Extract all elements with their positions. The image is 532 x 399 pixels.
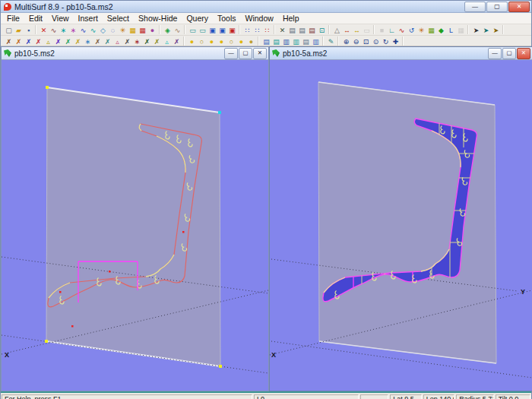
hide-selection-button[interactable]: ✕ bbox=[277, 25, 287, 34]
show-tangents-toggle[interactable]: ✗ bbox=[103, 36, 112, 46]
tile-windows-button[interactable]: ▤ bbox=[297, 25, 307, 34]
show-axes-toggle[interactable]: ▵ bbox=[162, 36, 172, 46]
menu-item-query[interactable]: Query bbox=[182, 13, 213, 24]
divisions-u-button[interactable]: ∷ bbox=[242, 25, 252, 34]
frame-entity-button[interactable]: ◈ bbox=[163, 25, 173, 34]
angle-tool-button[interactable]: ∟ bbox=[387, 25, 397, 34]
polyline-entity-button[interactable]: ∿ bbox=[78, 25, 88, 34]
select-box-button[interactable]: ⊡ bbox=[317, 25, 327, 34]
child-title-bar[interactable]: pb10-5.ms2 — ▢ ✕ bbox=[2, 47, 268, 60]
left-viewport[interactable]: X bbox=[2, 60, 268, 391]
point-entity-button[interactable]: ∗ bbox=[59, 25, 68, 34]
zoom-in-button[interactable]: ⊕ bbox=[341, 36, 351, 46]
restore-visibility-button[interactable]: ● bbox=[236, 36, 246, 46]
triangle-mesh-button[interactable]: △ bbox=[332, 25, 342, 34]
show-parents-toggle[interactable]: ▵ bbox=[112, 36, 122, 46]
child-minimize-button[interactable]: — bbox=[488, 48, 502, 59]
child-minimize-button[interactable]: — bbox=[224, 48, 238, 59]
copy-special-button[interactable]: ▤ bbox=[271, 36, 281, 46]
contour-entity-button[interactable]: ∿ bbox=[173, 25, 182, 34]
show-rings-toggle[interactable]: ✗ bbox=[33, 36, 43, 46]
magnet-entity-button[interactable]: ◇ bbox=[98, 25, 108, 34]
close-button[interactable]: ✕ bbox=[508, 2, 530, 12]
nudge-red-button[interactable]: ↔ bbox=[342, 25, 352, 34]
view-single-button[interactable]: ▣ bbox=[207, 25, 217, 34]
nudge-locked-button[interactable]: ▭ bbox=[362, 25, 372, 34]
ring-entity-button[interactable]: ◌ bbox=[108, 25, 118, 34]
copy-button[interactable]: ▤ bbox=[261, 36, 271, 46]
pan-view-button[interactable]: ✚ bbox=[391, 36, 401, 46]
cascade-windows-button[interactable]: ▤ bbox=[287, 25, 297, 34]
starburst-tool-button[interactable]: ✳ bbox=[416, 25, 426, 34]
blue-l-button[interactable]: L bbox=[446, 25, 456, 34]
surface-entity-button[interactable]: ▦ bbox=[128, 25, 138, 34]
child-title-bar[interactable]: pb10-5a.ms2 — ▢ ✕ bbox=[270, 47, 532, 60]
show-net-toggle[interactable]: ✗ bbox=[142, 36, 152, 46]
new-file-button[interactable]: ▢ bbox=[4, 25, 14, 34]
plane-surface[interactable] bbox=[318, 82, 496, 363]
select-add-button[interactable]: ➤ bbox=[481, 25, 491, 34]
delete-entity-button[interactable]: ✕ bbox=[39, 25, 49, 34]
menu-item-show-hide[interactable]: Show-Hide bbox=[134, 13, 182, 24]
minimize-button[interactable]: — bbox=[464, 2, 486, 12]
xb-curve-button[interactable]: ✳ bbox=[118, 25, 128, 34]
loop-tool-button[interactable]: ↺ bbox=[407, 25, 416, 34]
zoom-window-button[interactable]: ⊡ bbox=[361, 36, 371, 46]
show-snakes-toggle[interactable]: ✗ bbox=[53, 36, 63, 46]
blink-bulb-button[interactable]: ● bbox=[207, 36, 217, 46]
view-quad-button[interactable]: ▣ bbox=[217, 25, 227, 34]
open-file-button[interactable]: ▰ bbox=[14, 25, 24, 34]
show-magnets-toggle[interactable]: ✗ bbox=[24, 36, 33, 46]
sphere-entity-button[interactable]: ● bbox=[147, 25, 157, 34]
show-knots-toggle[interactable]: ✗ bbox=[152, 36, 162, 46]
child-restore-button[interactable]: ▢ bbox=[502, 48, 516, 59]
menu-item-insert[interactable]: Insert bbox=[74, 13, 103, 24]
select-pointer-button[interactable]: ➤ bbox=[471, 25, 481, 34]
save-file-button[interactable]: ▪ bbox=[24, 25, 33, 34]
layers-button[interactable]: ▤ bbox=[307, 25, 317, 34]
show-children-toggle[interactable]: ✗ bbox=[122, 36, 132, 46]
knife-tool-button[interactable]: ✎ bbox=[326, 36, 336, 46]
show-curves-toggle[interactable]: ▵ bbox=[43, 36, 53, 46]
show-selected-toggle[interactable]: ∗ bbox=[132, 36, 142, 46]
show-normals-toggle[interactable]: ✗ bbox=[93, 36, 103, 46]
child-restore-button[interactable]: ▢ bbox=[239, 48, 252, 59]
show-beads-toggle[interactable]: ✗ bbox=[14, 36, 24, 46]
nudge-yellow-button[interactable]: ↔ bbox=[352, 25, 362, 34]
view-stop-button[interactable]: ▣ bbox=[227, 25, 237, 34]
child-close-button[interactable]: ✕ bbox=[517, 48, 530, 59]
isolate-bulb-button[interactable]: ○ bbox=[226, 36, 236, 46]
zoom-previous-button[interactable]: ⊙ bbox=[371, 36, 381, 46]
menu-item-tools[interactable]: Tools bbox=[213, 13, 241, 24]
show-planes-toggle[interactable]: ✗ bbox=[172, 36, 182, 46]
menu-item-edit[interactable]: Edit bbox=[24, 13, 47, 24]
duplicate-button[interactable]: ▥ bbox=[291, 36, 301, 46]
grid-disabled-button[interactable]: ▦ bbox=[456, 25, 466, 34]
show-points-toggle[interactable]: ✗ bbox=[4, 36, 14, 46]
invert-visibility-button[interactable]: ● bbox=[246, 36, 256, 46]
show-all-bulb-button[interactable]: ● bbox=[187, 36, 197, 46]
view-wireframe-button[interactable]: ▭ bbox=[188, 25, 198, 34]
menu-item-view[interactable]: View bbox=[47, 13, 74, 24]
solid-entity-button[interactable]: ▦ bbox=[138, 25, 147, 34]
menu-item-file[interactable]: File bbox=[2, 13, 24, 24]
show-surfaces-toggle[interactable]: ✗ bbox=[63, 36, 73, 46]
child-close-button[interactable]: ✕ bbox=[253, 48, 267, 59]
maximize-button[interactable]: ▢ bbox=[486, 2, 508, 12]
show-contours-toggle[interactable]: ✗ bbox=[73, 36, 83, 46]
grid-locked-button[interactable]: ■ bbox=[377, 25, 387, 34]
right-viewport[interactable]: X Y bbox=[270, 60, 532, 391]
child-window-pb10-5[interactable]: pb10-5.ms2 — ▢ ✕ bbox=[1, 46, 269, 391]
snapshot-button[interactable]: ▤ bbox=[301, 36, 311, 46]
menu-item-select[interactable]: Select bbox=[103, 13, 134, 24]
bead-entity-button[interactable]: ∗ bbox=[68, 25, 78, 34]
refresh-view-button[interactable]: ↻ bbox=[381, 36, 391, 46]
view-shaded-button[interactable]: ▭ bbox=[198, 25, 207, 34]
child-window-pb10-5a[interactable]: pb10-5a.ms2 — ▢ ✕ bbox=[269, 46, 532, 391]
green-grid-button[interactable]: ▦ bbox=[426, 25, 436, 34]
divisions-highlight-button[interactable]: ∷ bbox=[262, 25, 272, 34]
divisions-v-button[interactable]: ∷ bbox=[252, 25, 262, 34]
hide-all-bulb-button[interactable]: ○ bbox=[197, 36, 207, 46]
paste-button[interactable]: ▥ bbox=[281, 36, 291, 46]
export-view-button[interactable]: ▥ bbox=[311, 36, 321, 46]
